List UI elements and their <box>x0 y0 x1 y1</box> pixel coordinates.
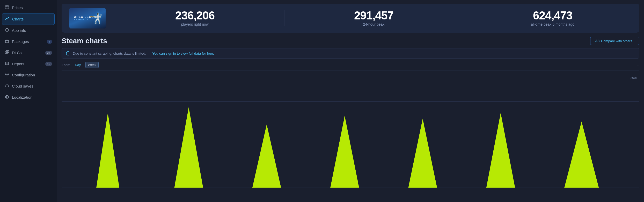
dlcs-badge: 28 <box>45 51 52 55</box>
download-icon[interactable]: ↓ <box>637 62 639 68</box>
svg-marker-15 <box>174 107 203 188</box>
compare-btn-label: Compare with others... <box>601 39 635 43</box>
depots-icon <box>5 61 9 66</box>
localization-icon <box>5 95 9 100</box>
sidebar-item-app-info[interactable]: App info <box>0 25 57 36</box>
sidebar-item-charts[interactable]: Charts <box>2 13 55 25</box>
game-logo-subtext: LEGENDS <box>74 18 89 21</box>
cloud-saves-icon <box>5 84 9 89</box>
svg-rect-9 <box>6 51 9 53</box>
charts-header: Steam charts ½3 Compare with others... <box>62 37 639 45</box>
chart-yaxis-label: 300k <box>631 76 637 80</box>
peak-24h-value: 291,457 <box>354 10 393 21</box>
sidebar-item-packages-label: Packages <box>12 39 29 44</box>
sidebar-item-depots[interactable]: Depots 15 <box>0 58 57 69</box>
app-info-icon <box>5 28 9 33</box>
configuration-icon <box>5 73 9 77</box>
sidebar-item-cloud-saves-label: Cloud saves <box>12 84 33 88</box>
notice-text: Due to constant scraping, charts data is… <box>73 52 146 55</box>
dlcs-icon <box>5 50 9 55</box>
sidebar: Prices Charts App info <box>0 0 57 202</box>
svg-point-12 <box>6 74 8 75</box>
compare-button[interactable]: ½3 Compare with others... <box>590 37 639 45</box>
zoom-controls-row: Zoom Day Week ↓ <box>62 62 639 70</box>
players-now-value: 236,206 <box>175 10 215 21</box>
sidebar-item-dlcs[interactable]: DLCs 28 <box>0 47 57 58</box>
svg-marker-20 <box>564 121 599 188</box>
prices-icon <box>5 5 9 10</box>
main-content: APEX LEGENDS LEGENDS 🤺 236,206 players r… <box>57 0 644 202</box>
sidebar-item-depots-label: Depots <box>12 62 24 66</box>
chart-area: 300k <box>62 74 639 198</box>
packages-icon <box>5 39 9 44</box>
stat-players-now: 236,206 players right now <box>116 10 274 26</box>
compare-icon: ½3 <box>595 39 599 43</box>
all-time-peak-label: all-time peak 5 months ago <box>531 22 574 26</box>
charts-icon <box>5 17 10 21</box>
sidebar-item-prices-label: Prices <box>12 5 23 10</box>
sidebar-item-localization-label: Localization <box>12 95 32 99</box>
stat-divider-1 <box>284 10 284 26</box>
stat-24h-peak: 291,457 24-hour peak <box>295 10 453 26</box>
notice-banner: Due to constant scraping, charts data is… <box>62 48 639 59</box>
svg-rect-10 <box>5 62 9 65</box>
players-now-label: players right now <box>181 22 209 26</box>
sidebar-item-dlcs-label: DLCs <box>12 51 22 55</box>
zoom-week-button[interactable]: Week <box>85 62 99 68</box>
peak-24h-label: 24-hour peak <box>363 22 385 26</box>
sidebar-item-app-info-label: App info <box>12 28 26 33</box>
svg-marker-17 <box>330 116 359 188</box>
svg-marker-16 <box>252 124 281 188</box>
sidebar-item-cloud-saves[interactable]: Cloud saves <box>0 81 57 92</box>
svg-marker-18 <box>408 119 437 188</box>
stat-all-time-peak: 624,473 all-time peak 5 months ago <box>474 10 632 26</box>
sidebar-item-packages[interactable]: Packages 4 <box>0 36 57 47</box>
stats-card: APEX LEGENDS LEGENDS 🤺 236,206 players r… <box>62 4 639 33</box>
depots-badge: 15 <box>45 62 52 66</box>
notice-sign-in-link[interactable]: You can sign in to view full data for fr… <box>152 52 214 55</box>
game-thumbnail: APEX LEGENDS LEGENDS 🤺 <box>69 8 106 28</box>
svg-rect-8 <box>5 51 8 53</box>
notice-spinner-icon <box>66 51 70 55</box>
all-time-peak-value: 624,473 <box>533 10 572 21</box>
stat-divider-2 <box>463 10 463 26</box>
sidebar-item-configuration-label: Configuration <box>12 73 35 77</box>
charts-title: Steam charts <box>62 37 107 45</box>
charts-section: Steam charts ½3 Compare with others... D… <box>62 37 639 198</box>
sidebar-item-prices[interactable]: Prices <box>0 2 57 13</box>
zoom-day-button[interactable]: Day <box>73 62 83 68</box>
zoom-label: Zoom <box>62 63 70 67</box>
sidebar-item-localization[interactable]: Localization <box>0 92 57 103</box>
svg-marker-14 <box>96 113 119 188</box>
packages-badge: 4 <box>47 40 52 44</box>
svg-point-5 <box>7 29 7 30</box>
svg-rect-0 <box>5 6 9 9</box>
zoom-controls: Zoom Day Week <box>62 62 99 68</box>
sidebar-item-configuration[interactable]: Configuration <box>0 69 57 81</box>
chart-svg <box>62 74 639 198</box>
svg-marker-19 <box>486 113 515 188</box>
sidebar-item-charts-label: Charts <box>12 17 24 21</box>
